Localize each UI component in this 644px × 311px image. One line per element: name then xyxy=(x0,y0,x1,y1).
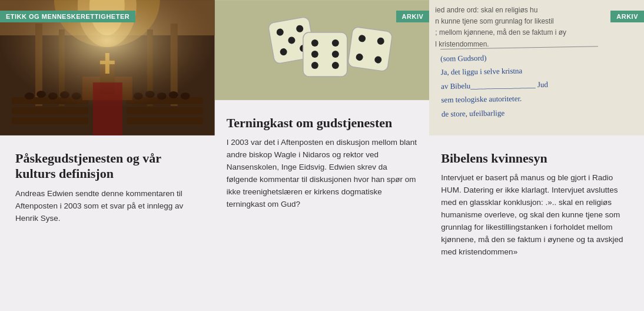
svg-rect-39 xyxy=(303,32,347,77)
svg-rect-30 xyxy=(93,82,122,135)
category-badge-note: ARKIV xyxy=(610,11,644,22)
svg-point-44 xyxy=(311,62,318,69)
dice-card-title: Terningkast om gudstjenesten xyxy=(227,115,418,131)
note-card-content: Bibelens kvinnesyn Intervjuet er basert … xyxy=(429,135,644,270)
note-handwriting: (som Gudsord) Ja, det liggu i selve kris… xyxy=(440,45,639,121)
svg-point-41 xyxy=(331,39,338,47)
note-card-title: Bibelens kvinnesyn xyxy=(441,151,632,166)
category-badge-dice: ARKIV xyxy=(396,11,430,22)
card-dice[interactable]: ARKIV xyxy=(215,0,430,311)
church-card-body: Andreas Edwien sendte denne kommentaren … xyxy=(15,188,203,225)
note-card-body: Intervjuet er basert på manus og ble gjo… xyxy=(441,172,632,258)
church-card-title: Påskegudstjenesten og vår kulturs defini… xyxy=(15,151,203,182)
svg-point-42 xyxy=(311,51,318,58)
card-church[interactable]: ETIKK OG MENNESKERETTIGHETER xyxy=(0,0,215,311)
dice-card-content: Terningkast om gudstjenesten I 2003 var … xyxy=(215,100,430,223)
svg-point-40 xyxy=(311,39,318,47)
svg-rect-46 xyxy=(347,27,393,72)
church-card-content: Påskegudstjenesten og vår kulturs defini… xyxy=(0,135,215,237)
dice-card-body: I 2003 var det i Aftenposten en diskusjo… xyxy=(227,137,418,211)
svg-point-45 xyxy=(331,62,338,69)
svg-point-43 xyxy=(331,51,338,58)
article-grid: ETIKK OG MENNESKERETTIGHETER xyxy=(0,0,644,311)
card-note[interactable]: ARKIV ied andre ord: skal en religiøs hu… xyxy=(429,0,644,311)
category-badge-church: ETIKK OG MENNESKERETTIGHETER xyxy=(0,11,135,22)
